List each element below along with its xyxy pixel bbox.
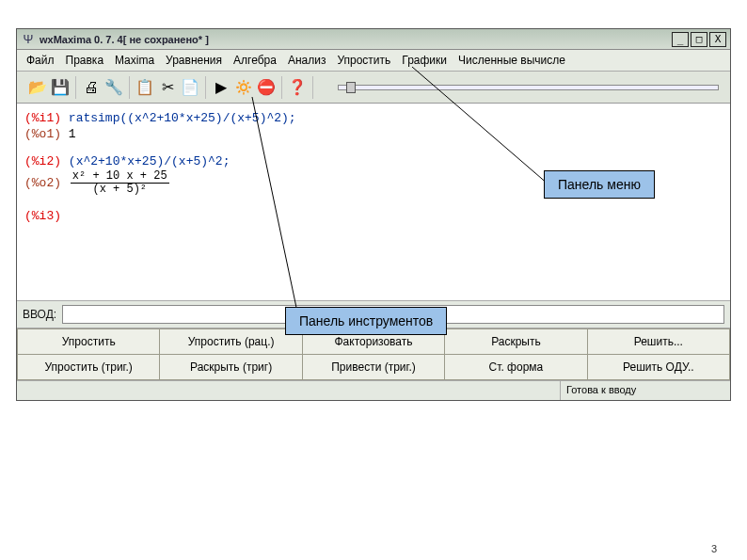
menu-maxima[interactable]: Maxima (111, 53, 158, 68)
btn-expand-trig[interactable]: Раскрыть (триг) (160, 355, 302, 380)
zoom-slider-thumb[interactable] (346, 82, 356, 93)
menu-equations[interactable]: Уравнения (162, 53, 226, 68)
btn-solve[interactable]: Решить... (588, 328, 730, 355)
print-icon[interactable]: 🖨 (82, 78, 101, 97)
menu-simplify[interactable]: Упростить (333, 53, 394, 68)
input-label: ВВОД: (23, 308, 56, 321)
in-label-3: (%i3) (24, 209, 61, 223)
in-code-1: ratsimp((x^2+10*x+25)/(x+5)^2); (69, 111, 296, 125)
cut-icon[interactable]: ✂ (158, 78, 177, 97)
save-icon[interactable]: 💾 (51, 78, 70, 97)
window-controls: _ □ X (672, 32, 726, 47)
app-icon: Ψ (21, 32, 36, 47)
open-icon[interactable]: 📂 (28, 78, 47, 97)
zoom-slider[interactable] (338, 85, 719, 90)
btn-simplify-rat[interactable]: Упростить (рац.) (160, 328, 302, 355)
out-val-1: 1 (69, 127, 76, 141)
in-label-1: (%i1) (24, 111, 61, 125)
btn-solve-ode[interactable]: Решить ОДУ.. (588, 355, 730, 380)
menu-algebra[interactable]: Алгебра (230, 53, 280, 68)
run-icon[interactable]: ▶ (212, 78, 230, 97)
button-panel: Упростить Упростить (рац.) Факторизовать… (17, 328, 730, 380)
help-icon[interactable]: ❓ (288, 78, 307, 97)
workarea: (%i1) ratsimp((x^2+10*x+25)/(x+5)^2); (%… (17, 104, 730, 301)
btn-canon-form[interactable]: Ст. форма (445, 355, 587, 380)
out-label-1: (%o1) (24, 127, 61, 141)
menu-edit[interactable]: Правка (62, 53, 108, 68)
out-val-2-denominator: (x + 5)² (71, 184, 169, 196)
copy-icon[interactable]: 📋 (135, 78, 154, 97)
options-icon[interactable]: 🔅 (234, 78, 253, 97)
out-val-2-fraction: x² + 10 x + 25 (x + 5)² (71, 170, 169, 196)
menu-file[interactable]: Файл (23, 53, 58, 68)
statusbar: Готова к вводу (17, 380, 730, 400)
out-label-2: (%o2) (24, 176, 61, 190)
btn-reduce-trig[interactable]: Привести (триг.) (303, 355, 445, 380)
in-label-2: (%i2) (24, 154, 61, 168)
status-spacer (17, 381, 561, 400)
titlebar: Ψ wxMaxima 0. 7. 4[ не сохранено* ] _ □ … (17, 29, 730, 50)
menu-numeric[interactable]: Численные вычисле (454, 53, 569, 68)
stop-icon[interactable]: ⛔ (257, 78, 276, 97)
menubar: Файл Правка Maxima Уравнения Алгебра Ана… (17, 50, 730, 72)
paste-icon[interactable]: 📄 (181, 78, 199, 97)
menu-plots[interactable]: Графики (398, 53, 451, 68)
status-message: Готова к вводу (561, 381, 730, 400)
minimize-button[interactable]: _ (672, 32, 689, 47)
window-title: wxMaxima 0. 7. 4[ не сохранено* ] (40, 34, 672, 45)
callout-toolbar: Панель инструментов (285, 307, 447, 335)
close-button[interactable]: X (709, 32, 726, 47)
in-code-2: (x^2+10*x+25)/(x+5)^2; (69, 154, 230, 168)
btn-simplify-trig[interactable]: Упростить (триг.) (17, 355, 160, 380)
toolbar: 📂 💾 🖨 🔧 📋 ✂ 📄 ▶ 🔅 ⛔ ❓ (17, 72, 730, 104)
out-val-2-numerator: x² + 10 x + 25 (71, 170, 169, 184)
btn-simplify[interactable]: Упростить (17, 328, 160, 355)
config-icon[interactable]: 🔧 (104, 78, 123, 97)
menu-analysis[interactable]: Анализ (284, 53, 330, 68)
btn-expand[interactable]: Раскрыть (445, 328, 587, 355)
callout-menu: Панель меню (544, 170, 655, 199)
app-window: Ψ wxMaxima 0. 7. 4[ не сохранено* ] _ □ … (16, 28, 731, 401)
maximize-button[interactable]: □ (691, 32, 707, 47)
